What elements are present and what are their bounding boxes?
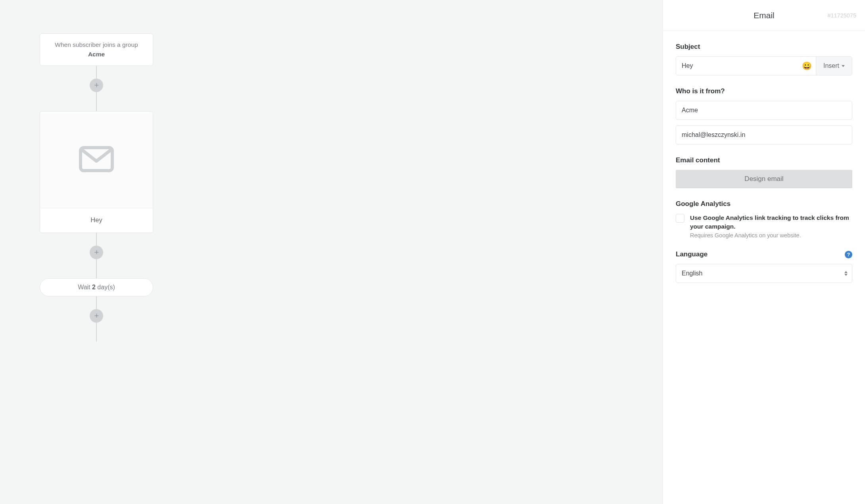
subject-input[interactable] [676, 57, 798, 75]
flow-connector [96, 92, 97, 111]
sidebar-title: Email [754, 11, 775, 20]
ga-label: Google Analytics [676, 200, 852, 208]
ga-checkbox-label: Use Google Analytics link tracking to tr… [690, 214, 852, 231]
content-label: Email content [676, 156, 852, 164]
mail-icon [79, 145, 114, 174]
design-email-button[interactable]: Design email [676, 170, 852, 188]
help-icon[interactable]: ? [845, 251, 852, 258]
flow-connector [96, 259, 97, 278]
email-id: #11725075 [827, 12, 856, 19]
plus-icon [94, 312, 100, 321]
delay-suffix: day(s) [96, 284, 115, 290]
emoji-picker-button[interactable]: 😀 [798, 57, 816, 75]
plus-icon [94, 248, 100, 257]
trigger-group: Acme [48, 50, 145, 59]
email-settings-sidebar: Email #11725075 Subject 😀 Insert [663, 0, 865, 504]
email-preview [40, 112, 153, 208]
insert-label: Insert [823, 62, 839, 69]
delay-prefix: Wait [78, 284, 92, 290]
flow-connector [96, 296, 97, 309]
trigger-text: When subscriber joins a group [48, 40, 145, 50]
from-email-input[interactable] [676, 125, 852, 144]
ga-checkbox[interactable] [676, 214, 684, 223]
add-step-button[interactable] [90, 79, 103, 92]
add-step-button[interactable] [90, 246, 103, 259]
language-select[interactable] [676, 264, 852, 283]
language-label: Language [676, 250, 707, 258]
ga-checkbox-sublabel: Requires Google Analytics on your websit… [690, 232, 852, 239]
add-step-button[interactable] [90, 309, 103, 323]
delay-step[interactable]: Wait 2 day(s) [40, 278, 153, 296]
trigger-card[interactable]: When subscriber joins a group Acme [40, 33, 153, 66]
from-name-input[interactable] [676, 101, 852, 120]
flow-connector [96, 66, 97, 79]
chevron-down-icon [842, 65, 845, 67]
plus-icon [94, 81, 100, 90]
delay-number: 2 [92, 284, 96, 290]
from-label: Who is it from? [676, 87, 852, 95]
email-step-card[interactable]: Hey [40, 111, 153, 233]
subject-label: Subject [676, 43, 852, 51]
email-card-title: Hey [40, 208, 153, 233]
emoji-icon: 😀 [802, 61, 812, 71]
flow-connector [96, 233, 97, 246]
workflow-canvas[interactable]: When subscriber joins a group Acme [0, 0, 663, 504]
insert-variable-button[interactable]: Insert [816, 57, 852, 75]
flow-connector [96, 323, 97, 342]
